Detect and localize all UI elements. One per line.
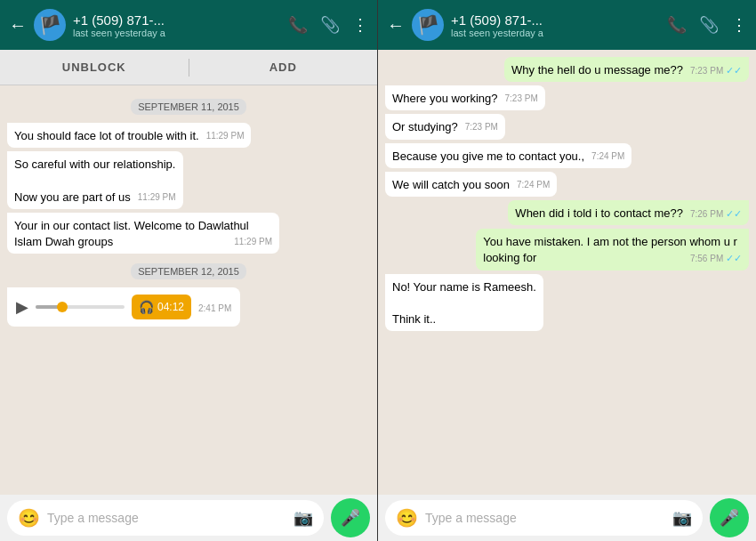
header-info-2: +1 (509) 871-... last seen yesterday a xyxy=(451,12,660,38)
mic-button-1[interactable]: 🎤 xyxy=(331,498,370,537)
audio-scrubber[interactable] xyxy=(57,302,68,312)
mic-icon-2: 🎤 xyxy=(720,508,739,528)
contact-name-2: +1 (509) 871-... xyxy=(451,12,660,28)
avatar-flag-2: 🏴 xyxy=(417,14,439,36)
message-input-1[interactable]: Type a message xyxy=(47,511,286,525)
header-1: ← 🏴 +1 (509) 871-... last seen yesterday… xyxy=(0,0,377,50)
audio-duration-badge: 🎧 04:12 xyxy=(132,295,191,319)
date-label-1: SEPTEMBER 11, 2015 xyxy=(131,98,246,114)
paperclip-icon-2[interactable]: 📎 xyxy=(699,15,719,35)
audio-progress-bar xyxy=(36,305,125,309)
camera-icon-2[interactable]: 📷 xyxy=(672,508,692,528)
message-2-2: Where you working? 7:23 PM xyxy=(385,85,545,110)
emoji-icon-1[interactable]: 😊 xyxy=(18,507,40,529)
menu-dots-2[interactable]: ⋮ xyxy=(731,15,747,35)
message-2-4: Because you give me to contact you., 7:2… xyxy=(385,143,631,168)
input-area-2: 😊 Type a message 📷 xyxy=(385,500,703,536)
contact-name-1: +1 (509) 871-... xyxy=(73,12,281,28)
back-button-2[interactable]: ← xyxy=(387,15,405,36)
add-button[interactable]: ADD xyxy=(189,52,378,83)
message-2-1: Why the hell do u message me?? 7:23 PM ✓… xyxy=(504,57,749,82)
message-1-2: So careful with our relationship.Now you… xyxy=(7,151,183,209)
chat-area-2: Why the hell do u message me?? 7:23 PM ✓… xyxy=(378,50,756,495)
mic-button-2[interactable]: 🎤 xyxy=(710,498,749,537)
header-icons-1: 📞 📎 ⋮ xyxy=(288,15,368,35)
header-icons-2: 📞 📎 ⋮ xyxy=(667,15,747,35)
avatar-flag-1: 🏴 xyxy=(39,14,61,36)
menu-dots-1[interactable]: ⋮ xyxy=(352,15,368,35)
avatar-2: 🏴 xyxy=(412,9,444,41)
back-button-1[interactable]: ← xyxy=(9,15,27,36)
header-2: ← 🏴 +1 (509) 871-... last seen yesterday… xyxy=(378,0,756,50)
bottom-bar-1: 😊 Type a message 📷 🎤 xyxy=(0,495,377,541)
message-2-8: No! Your name is Rameesh.Think it.. xyxy=(385,274,543,332)
header-info-1: +1 (509) 871-... last seen yesterday a xyxy=(73,12,281,38)
play-button[interactable]: ▶ xyxy=(16,297,28,317)
phone-icon-2[interactable]: 📞 xyxy=(667,15,687,35)
chat-area-1: SEPTEMBER 11, 2015 You should face lot o… xyxy=(0,85,377,495)
audio-time: 2:41 PM xyxy=(198,303,231,313)
message-2-7: You have mistaken. I am not the person w… xyxy=(476,229,749,270)
avatar-1: 🏴 xyxy=(34,9,66,41)
input-area-1: 😊 Type a message 📷 xyxy=(7,500,324,536)
message-2-6: When did i told i to contact me?? 7:26 P… xyxy=(508,200,749,225)
unblock-bar: UNBLOCK ADD xyxy=(0,50,377,85)
message-1-3: Your in our contact list. Welcome to Daw… xyxy=(7,213,279,254)
audio-message: ▶ 🎧 04:12 2:41 PM xyxy=(7,287,240,327)
mic-icon-1: 🎤 xyxy=(341,508,360,528)
phone-icon-1[interactable]: 📞 xyxy=(288,15,308,35)
camera-icon-1[interactable]: 📷 xyxy=(294,508,313,528)
bottom-bar-2: 😊 Type a message 📷 🎤 xyxy=(378,495,756,541)
message-2-5: We will catch you soon 7:24 PM xyxy=(385,172,557,197)
contact-status-2: last seen yesterday a xyxy=(451,28,660,38)
emoji-icon-2[interactable]: 😊 xyxy=(396,507,418,529)
message-1-1: You should face lot of trouble with it. … xyxy=(7,123,251,148)
headphones-icon: 🎧 xyxy=(139,300,154,314)
panel-2: ← 🏴 +1 (509) 871-... last seen yesterday… xyxy=(378,0,756,541)
date-label-2: SEPTEMBER 12, 2015 xyxy=(131,262,246,279)
contact-status-1: last seen yesterday a xyxy=(73,28,281,38)
unblock-button[interactable]: UNBLOCK xyxy=(0,52,189,83)
panel-1: ← 🏴 +1 (509) 871-... last seen yesterday… xyxy=(0,0,378,541)
message-input-2[interactable]: Type a message xyxy=(425,511,665,525)
message-2-3: Or studying? 7:23 PM xyxy=(385,114,505,139)
paperclip-icon-1[interactable]: 📎 xyxy=(320,15,340,35)
